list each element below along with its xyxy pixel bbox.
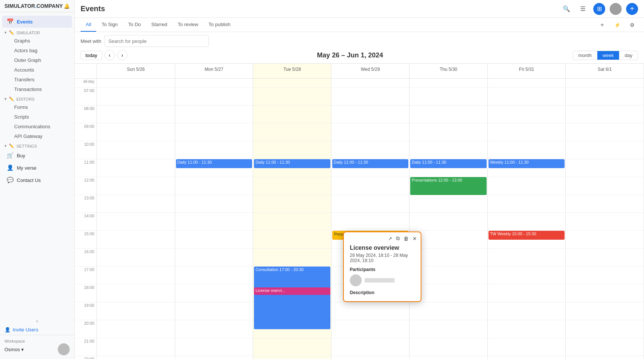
- sidebar-item-my-verse[interactable]: 👤My verse: [2, 162, 72, 174]
- hour-cell-d3-h5[interactable]: [332, 177, 409, 195]
- popup-delete-btn[interactable]: 🗑: [403, 234, 409, 242]
- hour-cell-d1-h10[interactable]: [175, 267, 253, 284]
- hour-cell-d0-h6[interactable]: [97, 195, 175, 213]
- hour-cell-d6-h3[interactable]: [566, 141, 644, 159]
- hour-cell-d4-h7[interactable]: [409, 213, 487, 231]
- month-view-btn[interactable]: month: [573, 51, 597, 60]
- hour-cell-d2-h3[interactable]: [253, 141, 331, 159]
- day-column-3[interactable]: Daily 11:00 - 11:30Presentations by 15:0…: [332, 88, 410, 359]
- event-daily-11:00---11:30[interactable]: Daily 11:00 - 11:30: [254, 159, 330, 168]
- hour-cell-d1-h1[interactable]: [175, 106, 253, 123]
- hour-cell-d0-h11[interactable]: [97, 284, 175, 302]
- sidebar-item-graphs[interactable]: Graphs: [2, 36, 72, 45]
- hour-cell-d3-h12[interactable]: [332, 302, 409, 320]
- add-button[interactable]: +: [626, 3, 638, 15]
- day-view-btn[interactable]: day: [619, 51, 638, 60]
- hour-cell-d4-h1[interactable]: [409, 106, 487, 123]
- hour-cell-d5-h0[interactable]: [488, 88, 566, 106]
- hour-cell-d6-h9[interactable]: [566, 249, 644, 267]
- hour-cell-d6-h0[interactable]: [566, 88, 644, 106]
- hour-cell-d5-h9[interactable]: [488, 249, 566, 267]
- hour-cell-d1-h9[interactable]: [175, 249, 253, 267]
- sidebar-item-events[interactable]: 📅Events: [2, 16, 72, 28]
- search-people-input[interactable]: [104, 35, 209, 47]
- hour-cell-d2-h15[interactable]: [253, 356, 331, 359]
- hour-cell-d4-h14[interactable]: [409, 338, 487, 356]
- sidebar-collapse-btn[interactable]: «: [0, 317, 74, 325]
- sidebar-item-transfers[interactable]: Transfers: [2, 75, 72, 84]
- hour-cell-d0-h5[interactable]: [97, 177, 175, 195]
- day-column-5[interactable]: Weekly 11:00 - 11:30TW Weekly 15:00 - 15…: [488, 88, 566, 359]
- hour-cell-d1-h6[interactable]: [175, 195, 253, 213]
- hour-cell-d4-h15[interactable]: [409, 356, 487, 359]
- hour-cell-d3-h2[interactable]: [332, 123, 409, 141]
- allday-cell-4[interactable]: [409, 79, 488, 88]
- hour-cell-d6-h4[interactable]: [566, 159, 644, 177]
- tab-starred[interactable]: Starred: [146, 18, 173, 32]
- hour-cell-d3-h14[interactable]: [332, 338, 409, 356]
- event-presentations-12:00---13:00[interactable]: Presentations 12:00 - 13:00: [410, 177, 487, 195]
- event-weekly-11:00---11:30[interactable]: Weekly 11:00 - 11:30: [489, 159, 565, 168]
- hour-cell-d5-h2[interactable]: [488, 123, 566, 141]
- sidebar-item-accounts[interactable]: Accounts: [2, 65, 72, 75]
- search-button[interactable]: 🔍: [560, 3, 572, 15]
- hour-cell-d2-h1[interactable]: [253, 106, 331, 123]
- hour-cell-d2-h5[interactable]: [253, 177, 331, 195]
- hour-cell-d6-h5[interactable]: [566, 177, 644, 195]
- hour-cell-d1-h8[interactable]: [175, 231, 253, 249]
- sidebar-item-forms[interactable]: Forms: [2, 103, 72, 112]
- event-daily-11:00---11:30[interactable]: Daily 11:00 - 11:30: [332, 159, 409, 168]
- hour-cell-d5-h11[interactable]: [488, 284, 566, 302]
- settings-section[interactable]: ▾✏️Settings: [0, 141, 74, 149]
- hour-cell-d5-h7[interactable]: [488, 213, 566, 231]
- prev-week-button[interactable]: ‹: [104, 50, 115, 60]
- today-button[interactable]: today: [81, 51, 102, 60]
- event-tw-weekly-15:00---15:30[interactable]: TW Weekly 15:00 - 15:30: [489, 231, 565, 240]
- filter-btn[interactable]: ⚡: [611, 19, 623, 31]
- tab-to-sign[interactable]: To Sign: [96, 18, 123, 32]
- hour-cell-d3-h1[interactable]: [332, 106, 409, 123]
- hour-cell-d0-h4[interactable]: [97, 159, 175, 177]
- hour-cell-d6-h13[interactable]: [566, 320, 644, 338]
- menu-button[interactable]: ☰: [577, 3, 589, 15]
- hour-cell-d6-h11[interactable]: [566, 284, 644, 302]
- sidebar-item-actors-bag[interactable]: Actors bag: [2, 46, 72, 55]
- hour-cell-d4-h12[interactable]: [409, 302, 487, 320]
- hour-cell-d0-h7[interactable]: [97, 213, 175, 231]
- popup-open-btn[interactable]: ↗: [387, 234, 393, 242]
- hour-cell-d0-h15[interactable]: [97, 356, 175, 359]
- allday-cell-1[interactable]: [175, 79, 254, 88]
- hour-cell-d3-h6[interactable]: [332, 195, 409, 213]
- popup-close-btn[interactable]: ✕: [412, 234, 418, 242]
- hour-cell-d3-h3[interactable]: [332, 141, 409, 159]
- hour-cell-d5-h3[interactable]: [488, 141, 566, 159]
- hour-cell-d4-h6[interactable]: [409, 195, 487, 213]
- hour-cell-d1-h3[interactable]: [175, 141, 253, 159]
- hour-cell-d5-h10[interactable]: [488, 267, 566, 284]
- hour-cell-d5-h14[interactable]: [488, 338, 566, 356]
- add-event-btn[interactable]: +: [596, 19, 608, 31]
- tab-all[interactable]: All: [81, 18, 96, 32]
- hour-cell-d5-h6[interactable]: [488, 195, 566, 213]
- editors-section[interactable]: ▾✏️Editors: [0, 94, 74, 102]
- hour-cell-d5-h15[interactable]: [488, 356, 566, 359]
- settings-btn[interactable]: ⚙: [626, 19, 638, 31]
- hour-cell-d3-h7[interactable]: [332, 213, 409, 231]
- hour-cell-d4-h3[interactable]: [409, 141, 487, 159]
- sidebar-item-api-gateway[interactable]: API Gateway: [2, 132, 72, 141]
- day-column-0[interactable]: [97, 88, 175, 359]
- notification-icon[interactable]: 🔔: [64, 3, 70, 9]
- invite-users-btn[interactable]: 👤 Invite Users: [0, 325, 74, 335]
- tab-to-do[interactable]: To Do: [123, 18, 146, 32]
- hour-cell-d1-h5[interactable]: [175, 177, 253, 195]
- hour-cell-d2-h7[interactable]: [253, 213, 331, 231]
- hour-cell-d5-h12[interactable]: [488, 302, 566, 320]
- hour-cell-d6-h15[interactable]: [566, 356, 644, 359]
- allday-cell-0[interactable]: [97, 79, 175, 88]
- hour-cell-d1-h13[interactable]: [175, 320, 253, 338]
- event-daily-11:00---11:30[interactable]: Daily 11:00 - 11:30: [176, 159, 252, 168]
- hour-cell-d1-h0[interactable]: [175, 88, 253, 106]
- simulator-section[interactable]: ▾✏️Simulator: [0, 28, 74, 36]
- hour-cell-d1-h11[interactable]: [175, 284, 253, 302]
- day-column-4[interactable]: Daily 11:00 - 11:30Presentations 12:00 -…: [409, 88, 488, 359]
